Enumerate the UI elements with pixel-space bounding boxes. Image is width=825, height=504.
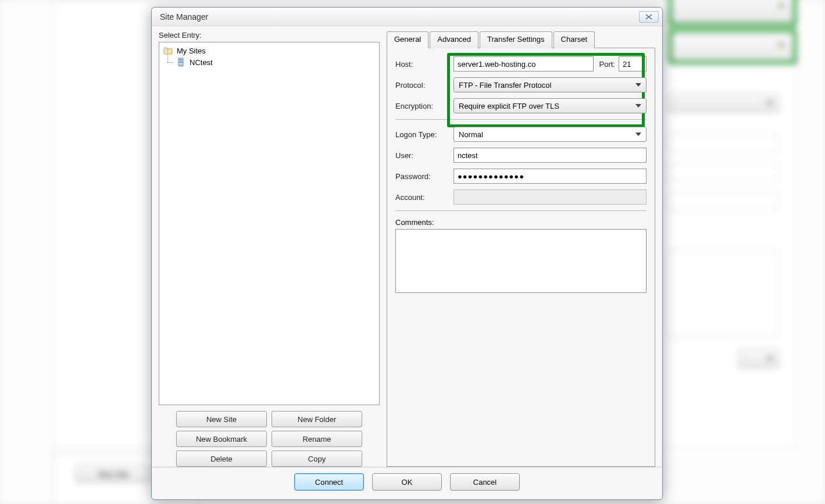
tab-general[interactable]: General [387,31,428,48]
chevron-down-icon [635,104,641,108]
site-manager-dialog: Site Manager Select Entry: My Sites [151,7,663,500]
left-pane: Select Entry: My Sites [159,31,380,467]
host-input[interactable] [453,56,594,72]
new-folder-button[interactable]: New Folder [272,411,362,427]
copy-button[interactable]: Copy [272,451,362,467]
chevron-down-icon [635,83,641,87]
user-label: User: [395,151,449,160]
tree-child-label: NCtest [190,58,213,67]
tree-root[interactable]: My Sites [163,45,376,56]
connect-button[interactable]: Connect [294,473,364,491]
password-input[interactable]: ●●●●●●●●●●●●● [453,169,647,184]
logon-type-value: Normal [459,130,483,139]
server-icon [176,57,186,67]
svg-rect-4 [179,59,183,60]
tab-charset[interactable]: Charset [553,31,595,48]
user-input[interactable] [453,148,647,163]
account-label: Account: [395,193,449,202]
tree-root-label: My Sites [177,47,206,55]
rename-button[interactable]: Rename [272,431,362,447]
cancel-button[interactable]: Cancel [450,473,520,491]
chevron-down-icon [635,133,641,136]
host-label: Host: [395,60,449,69]
close-button[interactable] [639,11,659,23]
encryption-label: Encryption: [395,102,449,110]
svg-rect-3 [178,58,183,65]
logon-type-label: Logon Type: [395,130,449,139]
left-buttons: New Site New Folder New Bookmark Rename … [159,411,380,467]
close-icon [645,14,653,20]
protocol-select[interactable]: FTP - File Transfer Protocol [453,77,647,92]
bg-new-site-button: New Site [76,465,151,482]
port-label: Port: [599,60,615,69]
dialog-footer: Connect OK Cancel [152,467,662,498]
tab-transfer-settings[interactable]: Transfer Settings [480,31,552,48]
password-label: Password: [395,172,449,181]
divider [395,119,647,120]
protocol-label: Protocol: [395,81,449,90]
dialog-title: Site Manager [160,12,639,22]
svg-rect-6 [179,62,183,63]
sites-tree[interactable]: My Sites NCtest [159,42,380,405]
account-input [453,190,647,205]
encryption-value: Require explicit FTP over TLS [459,102,559,110]
tab-panel-general: Host: Port: Protocol: FTP - File Transfe… [387,48,655,467]
ok-button[interactable]: OK [372,473,442,491]
titlebar: Site Manager [152,8,662,26]
divider [395,210,647,211]
new-site-button[interactable]: New Site [176,411,267,427]
svg-point-7 [178,65,184,66]
tree-child[interactable]: NCtest [176,56,376,68]
delete-button[interactable]: Delete [176,451,267,467]
encryption-select[interactable]: Require explicit FTP over TLS [453,98,647,113]
new-bookmark-button[interactable]: New Bookmark [176,431,267,447]
protocol-value: FTP - File Transfer Protocol [459,81,551,90]
select-entry-label: Select Entry: [159,31,380,40]
tab-advanced[interactable]: Advanced [430,31,478,48]
right-pane: General Advanced Transfer Settings Chars… [387,31,655,467]
svg-rect-5 [179,61,183,62]
comments-label: Comments: [395,218,434,227]
logon-type-select[interactable]: Normal [453,127,647,142]
comments-textarea[interactable] [395,229,647,293]
tabstrip: General Advanced Transfer Settings Chars… [387,31,655,48]
port-input[interactable] [619,56,647,72]
